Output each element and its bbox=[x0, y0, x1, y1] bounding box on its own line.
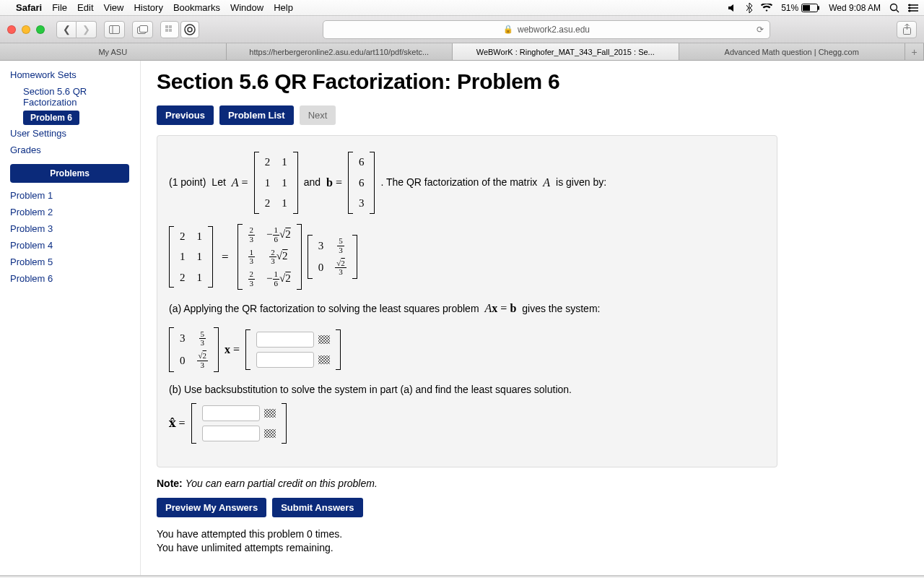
keypad-icon[interactable] bbox=[318, 335, 330, 344]
svg-rect-16 bbox=[169, 25, 172, 28]
svg-point-3 bbox=[891, 4, 897, 10]
problem-panel: (1 point) Let A = 211121 and b = 663 . T… bbox=[157, 135, 777, 467]
nav-problem-4[interactable]: Problem 4 bbox=[10, 237, 133, 254]
show-sidebar-button[interactable] bbox=[104, 21, 125, 38]
nav-back-forward: ❮ ❯ bbox=[56, 21, 97, 38]
volume-icon[interactable] bbox=[728, 4, 738, 12]
sidebar-problems-header: Problems bbox=[10, 164, 129, 183]
next-button: Next bbox=[300, 105, 336, 125]
nav-current-problem[interactable]: Problem 6 bbox=[23, 111, 79, 125]
attempts-info: You have attempted this problem 0 times.… bbox=[157, 527, 911, 556]
answer-vector-a bbox=[245, 329, 341, 370]
show-all-tabs-button[interactable] bbox=[132, 21, 153, 38]
keypad-icon[interactable] bbox=[264, 429, 276, 438]
part-a-tail: gives the system: bbox=[522, 301, 600, 316]
menu-view[interactable]: View bbox=[104, 2, 124, 13]
nav-section-link[interactable]: Section 5.6 QR Factorization bbox=[10, 83, 133, 111]
menu-clock[interactable]: Wed 9:08 AM bbox=[829, 3, 881, 13]
svg-rect-18 bbox=[169, 29, 172, 32]
app-name[interactable]: Safari bbox=[16, 2, 42, 13]
answer-input-a1[interactable] bbox=[256, 332, 314, 348]
part-b-text: (b) Use backsubstitution to solve the sy… bbox=[169, 382, 765, 397]
let-text: Let bbox=[212, 175, 225, 190]
tab-webwork[interactable]: WeBWorK : Ringhofer_MAT_343_Fall_2015 : … bbox=[453, 43, 679, 60]
matrix-Q: 23−16√21323√223−16√2 bbox=[237, 224, 302, 290]
forward-button[interactable]: ❯ bbox=[77, 21, 97, 38]
fullscreen-window-button[interactable] bbox=[36, 25, 45, 34]
and-text: and bbox=[304, 175, 321, 190]
menu-help[interactable]: Help bbox=[274, 2, 293, 13]
nav-user-settings[interactable]: User Settings bbox=[10, 125, 133, 142]
tab-my-asu[interactable]: My ASU bbox=[0, 43, 227, 60]
given-by-text: is given by: bbox=[556, 175, 606, 190]
tab-chegg[interactable]: Advanced Math question | Chegg.com bbox=[679, 43, 906, 60]
menu-file[interactable]: File bbox=[52, 2, 67, 13]
tail-text: . The QR factorization of the matrix bbox=[380, 175, 537, 190]
tab-herberger[interactable]: https://herbergeronline2.asu.edu/art110/… bbox=[227, 43, 453, 60]
matrix-A: 211121 bbox=[254, 152, 298, 214]
svg-rect-14 bbox=[140, 25, 148, 32]
svg-rect-11 bbox=[110, 25, 120, 33]
nav-problem-3[interactable]: Problem 3 bbox=[10, 220, 133, 237]
svg-point-10 bbox=[909, 9, 911, 12]
bluetooth-icon[interactable] bbox=[746, 3, 752, 13]
svg-rect-15 bbox=[165, 25, 168, 28]
nav-problem-1[interactable]: Problem 1 bbox=[10, 187, 133, 204]
menu-window[interactable]: Window bbox=[230, 2, 263, 13]
svg-rect-17 bbox=[165, 29, 168, 32]
wifi-icon[interactable] bbox=[761, 4, 772, 12]
submit-answers-button[interactable]: Submit Answers bbox=[272, 498, 362, 517]
sidebar: Homework Sets Section 5.6 QR Factorizati… bbox=[0, 61, 141, 575]
previous-button[interactable]: Previous bbox=[157, 105, 214, 125]
matrix-A-repeat: 211121 bbox=[169, 226, 213, 288]
window-controls bbox=[7, 25, 45, 34]
points-label: (1 point) bbox=[169, 175, 206, 190]
lock-icon: 🔒 bbox=[503, 25, 513, 34]
menu-edit[interactable]: Edit bbox=[77, 2, 93, 13]
favicon-slot-2[interactable] bbox=[180, 21, 199, 38]
minimize-window-button[interactable] bbox=[22, 25, 30, 34]
new-tab-button[interactable]: + bbox=[905, 43, 924, 60]
nav-grades[interactable]: Grades bbox=[10, 142, 133, 158]
menu-history[interactable]: History bbox=[134, 2, 162, 13]
safari-tab-bar: My ASU https://herbergeronline2.asu.edu/… bbox=[0, 43, 924, 61]
svg-point-20 bbox=[188, 27, 192, 32]
part-a-text: (a) Applying the QR factorization to sol… bbox=[169, 301, 479, 316]
close-window-button[interactable] bbox=[7, 25, 16, 34]
nav-problem-6[interactable]: Problem 6 bbox=[10, 270, 133, 287]
main-content: Section 5.6 QR Factorization: Problem 6 … bbox=[141, 61, 924, 575]
back-button[interactable]: ❮ bbox=[56, 21, 77, 38]
matrix-R: 3530√23 bbox=[308, 235, 357, 279]
svg-rect-2 bbox=[818, 6, 819, 9]
answer-input-b2[interactable] bbox=[202, 426, 260, 441]
nav-problem-2[interactable]: Problem 2 bbox=[10, 204, 133, 220]
battery-status[interactable]: 51% bbox=[781, 3, 820, 13]
notification-center-icon[interactable] bbox=[908, 4, 918, 12]
keypad-icon[interactable] bbox=[318, 355, 330, 364]
preview-answers-button[interactable]: Preview My Answers bbox=[157, 498, 266, 517]
svg-point-9 bbox=[909, 7, 911, 9]
address-bar[interactable]: 🔒 webwork2.asu.edu ⟳ bbox=[323, 20, 770, 39]
svg-point-8 bbox=[909, 4, 911, 6]
nav-problem-5[interactable]: Problem 5 bbox=[10, 254, 133, 270]
answer-input-b1[interactable] bbox=[202, 405, 260, 421]
svg-point-19 bbox=[185, 25, 195, 35]
share-button[interactable] bbox=[897, 21, 917, 38]
answer-input-a2[interactable] bbox=[256, 352, 314, 368]
safari-toolbar: ❮ ❯ 🔒 webwork2.asu.edu ⟳ bbox=[0, 16, 924, 43]
reload-button[interactable]: ⟳ bbox=[757, 25, 764, 35]
vector-b: 663 bbox=[348, 152, 375, 214]
spotlight-icon[interactable] bbox=[889, 3, 899, 13]
problem-list-button[interactable]: Problem List bbox=[219, 105, 294, 125]
svg-rect-1 bbox=[803, 5, 810, 11]
address-host: webwork2.asu.edu bbox=[518, 25, 590, 35]
nav-homework-sets[interactable]: Homework Sets bbox=[10, 66, 133, 83]
menu-bookmarks[interactable]: Bookmarks bbox=[173, 2, 220, 13]
answer-vector-b bbox=[191, 403, 287, 444]
keypad-icon[interactable] bbox=[264, 409, 276, 418]
svg-line-4 bbox=[897, 9, 899, 12]
note-line: Note: You can earn partial credit on thi… bbox=[157, 478, 911, 489]
favicon-slot-1[interactable] bbox=[160, 21, 179, 38]
matrix-R-repeat: 3530√23 bbox=[169, 327, 219, 371]
mac-menubar: Safari File Edit View History Bookmarks … bbox=[0, 0, 924, 16]
